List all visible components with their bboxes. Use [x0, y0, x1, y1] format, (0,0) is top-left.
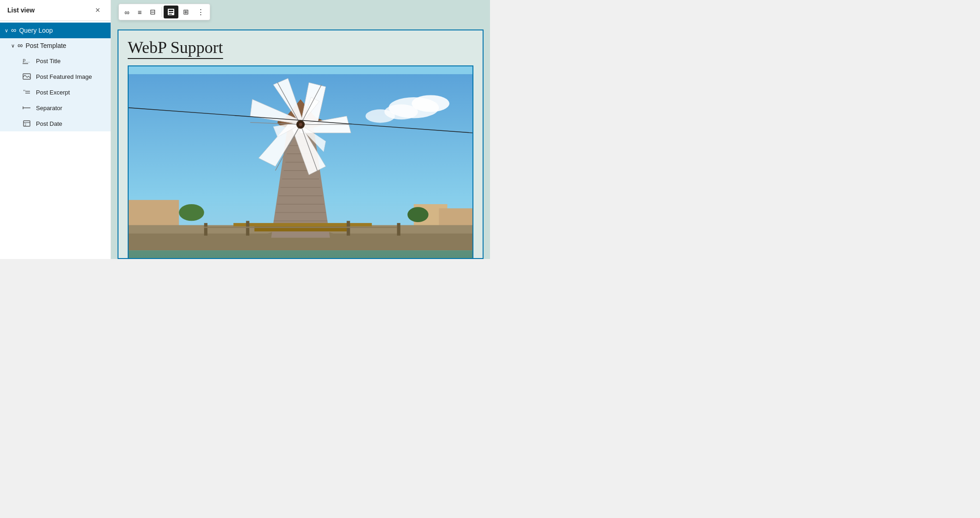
block-toolbar: ∞ ≡ ⊟ ⊞ ⋮ [118, 4, 210, 20]
svg-rect-69 [246, 221, 249, 235]
loop-toolbar-btn[interactable]: ∞ [121, 6, 133, 19]
svg-rect-68 [204, 223, 207, 235]
post-featured-image-label: Post Featured Image [36, 73, 92, 80]
post-title-label: Post Title [36, 58, 60, 65]
svg-line-6 [27, 76, 29, 77]
list-view-panel: List view × Query Loop Post Template P [0, 0, 111, 259]
post-featured-image-icon [22, 72, 31, 81]
loop-icon [11, 26, 16, 35]
loop-icon [18, 41, 23, 50]
svg-point-31 [407, 207, 428, 222]
svg-point-22 [412, 95, 449, 112]
tree-item-post-excerpt[interactable]: " Post Excerpt [0, 84, 111, 100]
separator-icon [22, 104, 31, 112]
svg-text:": " [23, 88, 25, 95]
tree-item-separator[interactable]: Separator [0, 100, 111, 116]
panel-header: List view × [0, 0, 111, 21]
right-panel: ∞ ≡ ⊟ ⊞ ⋮ WebP Support [111, 0, 490, 259]
tree-item-query-loop[interactable]: Query Loop [0, 23, 111, 38]
toolbar-divider [161, 7, 162, 17]
post-date-label: Post Date [36, 120, 62, 127]
list-toolbar-btn[interactable]: ≡ [134, 6, 146, 19]
tree-item-post-date[interactable]: 2 Post Date [0, 116, 111, 131]
svg-rect-17 [169, 10, 173, 11]
svg-text:P: P [23, 58, 26, 64]
svg-rect-3 [23, 74, 30, 79]
svg-rect-67 [233, 223, 372, 226]
grid-view-btn[interactable]: ⊞ [179, 5, 193, 19]
tree-item-post-template[interactable]: Post Template [0, 38, 111, 53]
post-title-icon: P [22, 57, 31, 65]
close-button[interactable]: × [92, 5, 103, 16]
svg-point-30 [179, 204, 204, 221]
post-template-label: Post Template [25, 42, 66, 49]
svg-point-24 [366, 109, 395, 123]
content-area: WebP Support [118, 29, 484, 259]
svg-rect-18 [169, 12, 173, 13]
more-options-btn[interactable]: ⋮ [194, 5, 208, 19]
tree-item-post-featured-image[interactable]: Post Featured Image [0, 69, 111, 84]
svg-rect-70 [347, 221, 350, 235]
post-date-icon: 2 [22, 119, 31, 128]
tree-list: Query Loop Post Template P Post Title [0, 21, 111, 259]
chevron-down-icon [11, 42, 15, 49]
post-title: WebP Support [128, 38, 223, 59]
post-excerpt-icon: " [22, 88, 31, 96]
chevron-down-icon [5, 27, 8, 34]
svg-rect-19 [169, 14, 172, 15]
block-view-btn[interactable] [164, 6, 178, 18]
svg-rect-71 [397, 223, 400, 235]
settings-toolbar-btn[interactable]: ⊟ [146, 5, 159, 19]
svg-text:2: 2 [24, 123, 26, 127]
tree-item-post-title[interactable]: P Post Title [0, 53, 111, 69]
panel-title: List view [7, 6, 35, 14]
svg-line-5 [25, 75, 27, 77]
post-excerpt-label: Post Excerpt [36, 89, 70, 96]
post-featured-image [128, 65, 473, 259]
separator-label: Separator [36, 105, 62, 112]
query-loop-label: Query Loop [19, 27, 53, 34]
svg-point-74 [299, 123, 302, 126]
